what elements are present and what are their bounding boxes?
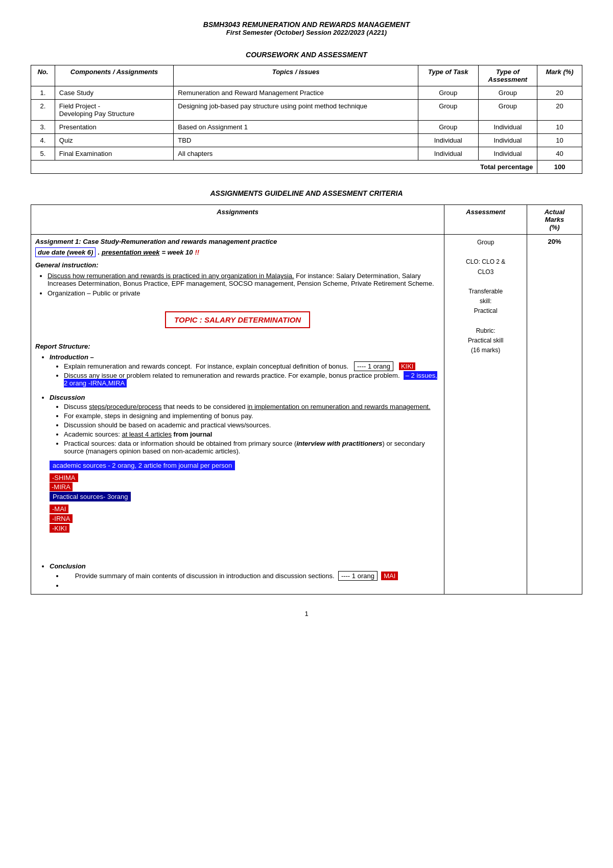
table-row: 4. Quiz TBD Individual Individual 10 bbox=[31, 134, 582, 147]
presentation-week: presentation week bbox=[102, 248, 159, 256]
list-item: Academic sources: at least 4 articles fr… bbox=[64, 430, 440, 438]
due-date-line: due date (week 6) . presentation week = … bbox=[35, 247, 440, 257]
col-assessment: Assessment bbox=[444, 205, 527, 235]
total-value: 100 bbox=[537, 161, 582, 174]
mira-academic-highlight: -MIRA bbox=[50, 483, 73, 491]
list-item: Provide summary of main contents of disc… bbox=[64, 572, 440, 580]
col-topics: Topics / issues bbox=[174, 65, 418, 86]
conclusion-dash-box: ---- 1 orang bbox=[338, 571, 378, 581]
conclusion-item: Conclusion Provide summary of main conte… bbox=[50, 562, 440, 589]
general-instruction-list: Discuss how remuneration and rewards is … bbox=[35, 272, 440, 297]
irna-highlight: -IRNA bbox=[50, 514, 73, 523]
page-number: 1 bbox=[31, 610, 582, 618]
table-row: 5. Final Examination All chapters Indivi… bbox=[31, 147, 582, 161]
topic-container: TOPIC : SALARY DETERMINATION bbox=[35, 304, 440, 335]
general-instruction-label: General instruction: bbox=[35, 261, 440, 269]
assessment-clo: CLO: CLO 2 &CLO3 bbox=[449, 257, 523, 277]
academic-highlight: academic sources - 2 orang, 2 article fr… bbox=[50, 461, 235, 470]
topic-box: TOPIC : SALARY DETERMINATION bbox=[165, 311, 310, 328]
list-item: Explain remuneration and rewards concept… bbox=[64, 362, 440, 370]
intro-subbullets: Explain remuneration and rewards concept… bbox=[50, 362, 440, 387]
list-item: Introduction – Explain remuneration and … bbox=[50, 353, 440, 387]
academic-block: academic sources - 2 orang, 2 article fr… bbox=[50, 461, 440, 471]
report-structure-label: Report Structure: bbox=[35, 342, 440, 350]
kiki2-highlight: -KIKI bbox=[50, 524, 69, 533]
assignments-guideline-table: Assignments Assessment ActualMarks(%) As… bbox=[31, 204, 582, 595]
col-actual-marks: ActualMarks(%) bbox=[527, 205, 582, 235]
coursework-table: No. Components / Assignments Topics / is… bbox=[31, 65, 582, 174]
table-row: 1. Case Study Remuneration and Reward Ma… bbox=[31, 86, 582, 100]
col-assessment-type: Type ofAssessment bbox=[478, 65, 537, 86]
assessment-rubric: Rubric:Practical skill(16 marks) bbox=[449, 326, 523, 356]
page-header: BSMH3043 REMUNERATION AND REWARDS MANAGE… bbox=[31, 20, 582, 36]
conclusion-subbullets: Provide summary of main contents of disc… bbox=[50, 572, 440, 589]
list-item: For example, steps in designing and impl… bbox=[64, 412, 440, 420]
discussion-subbullets: Discuss steps/procedure/process that nee… bbox=[50, 403, 440, 455]
kiki-highlight: KIKI bbox=[399, 362, 416, 370]
table-row: 3. Presentation Based on Assignment 1 Gr… bbox=[31, 121, 582, 134]
col-assignments: Assignments bbox=[31, 205, 444, 235]
practical-highlight: Practical sources- 3orang bbox=[50, 492, 131, 501]
list-item: Discuss any issue or problem related to … bbox=[64, 372, 440, 387]
total-label: Total percentage bbox=[480, 163, 533, 171]
total-row: Total percentage 100 bbox=[31, 161, 582, 174]
mai-highlight: -MAI bbox=[50, 505, 68, 513]
col-no: No. bbox=[31, 65, 55, 86]
mai2-highlight: MAI bbox=[381, 572, 398, 580]
table-row: 2. Field Project -Developing Pay Structu… bbox=[31, 100, 582, 121]
list-item: Practical sources: data or information s… bbox=[64, 440, 440, 455]
document-subtitle: First Semester (October) Session 2022/20… bbox=[31, 29, 582, 36]
list-item bbox=[64, 582, 440, 589]
list-item: Discussion should be based on academic a… bbox=[64, 421, 440, 429]
list-item: Discuss how remuneration and rewards is … bbox=[48, 272, 440, 287]
em-dash-box: ---- 1 orang bbox=[354, 361, 393, 371]
list-item: Organization – Public or private bbox=[48, 289, 440, 297]
page-number-text: 1 bbox=[304, 610, 308, 618]
col-task-type: Type of Task bbox=[418, 65, 478, 86]
assessment-col: Group CLO: CLO 2 &CLO3 Transferableskill… bbox=[444, 235, 527, 595]
irna-mira-highlight: – 2 issues, 2 orang -IRNA,MIRA bbox=[64, 371, 437, 387]
assignment1-header: Assignment 1: Case Study-Remuneration an… bbox=[35, 238, 440, 245]
col-mark: Mark (%) bbox=[537, 65, 582, 86]
assessment-group: Group bbox=[449, 238, 523, 247]
practical-block: Practical sources- 3orang bbox=[50, 492, 440, 502]
report-structure-list: Introduction – Explain remuneration and … bbox=[35, 353, 440, 589]
assignment1-content: Assignment 1: Case Study-Remuneration an… bbox=[31, 235, 444, 595]
shima-highlight: -SHIMA bbox=[50, 473, 78, 482]
actual-marks-col: 20% bbox=[527, 235, 582, 595]
col-components: Components / Assignments bbox=[55, 65, 174, 86]
due-date-box: due date (week 6) bbox=[35, 247, 96, 257]
assignments-guideline-title: ASSIGNMENTS GUIDELINE AND ASSESMENT CRIT… bbox=[31, 189, 582, 197]
assignment1-row: Assignment 1: Case Study-Remuneration an… bbox=[31, 235, 582, 595]
discussion-item: Discussion Discuss steps/procedure/proce… bbox=[50, 394, 440, 455]
list-item: Discuss steps/procedure/process that nee… bbox=[64, 403, 440, 410]
assessment-transferable: Transferableskill:Practical bbox=[449, 287, 523, 316]
document-title: BSMH3043 REMUNERATION AND REWARDS MANAGE… bbox=[31, 20, 582, 29]
coursework-section-title: COURSEWORK AND ASSESSMENT bbox=[31, 51, 582, 59]
